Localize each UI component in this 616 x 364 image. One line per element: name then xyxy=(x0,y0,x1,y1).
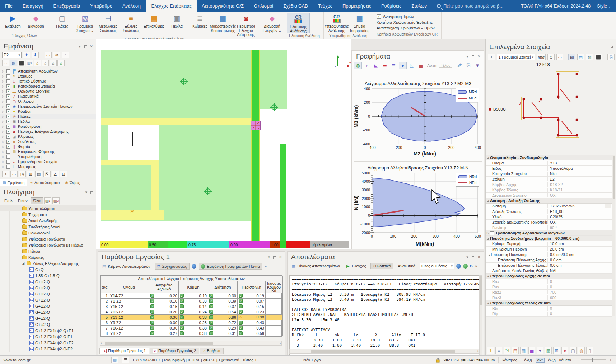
checkbox-icon[interactable] xyxy=(6,150,10,154)
table-h-scrollbar[interactable]: ‹ › xyxy=(100,341,282,346)
sidebar-tab-Όψεις[interactable]: ◉Όψεις xyxy=(62,179,83,186)
nav-load-case[interactable]: LCG+1.2·FX4+ψ2·Q-E1 xyxy=(0,333,96,340)
sync-button[interactable]: ⇄Συγχρονισμός xyxy=(155,263,190,270)
property-value[interactable]: K18-Σ1 xyxy=(547,188,612,192)
nav-load-case[interactable]: LCG+1.2·FX4+ψ2·Q+E2 xyxy=(0,340,96,346)
perpendicular-toggle[interactable]: κάθετα xyxy=(559,358,571,362)
expand-icon[interactable]: ▷ xyxy=(2,115,5,118)
grid-toggle[interactable]: κάναβος ⌄ xyxy=(502,358,521,362)
column-header[interactable]: Περίσφιγξη xyxy=(238,281,266,293)
nav-folder-Δοκοί Ανωδομής[interactable]: Δοκοί Ανωδομής xyxy=(0,218,96,224)
property-Επέκταση Πύκνωσης[interactable]: ◢ Επέκταση Πύκνωσης0.0 cm/0.0 cm xyxy=(486,252,612,257)
zoom-window-icon[interactable]: ▭ xyxy=(556,54,564,60)
chart-icon[interactable]: ▅ xyxy=(528,347,535,354)
expand-icon[interactable]: ▷ xyxy=(2,80,5,83)
menu-item-Υπόβαθρο[interactable]: Υπόβαθρο xyxy=(85,0,117,12)
ribbon-option-Αναγραφή Τιμών[interactable]: ✓Αναγραφή Τιμών xyxy=(377,14,438,19)
expand-icon[interactable]: ▷ xyxy=(2,105,5,108)
column-header[interactable]: Κάμψη xyxy=(179,281,208,293)
nav-load-case[interactable]: LCG+Q xyxy=(0,266,96,272)
checkbox-icon[interactable]: ✓ xyxy=(6,135,10,139)
display-tree-item-Φορτία[interactable]: ▷✓∥Φορτία xyxy=(0,144,96,149)
table-row-Y13-Σ2[interactable]: 5Y13-Σ2✓0.30✓0.38✓0.86⚠0.98 xyxy=(101,314,283,320)
results-v-scrollbar[interactable]: ▼ xyxy=(479,275,482,364)
property-Κόμβος Αρχής[interactable]: Κόμβος ΑρχήςK18-Σ2 xyxy=(486,182,612,187)
layers-icon[interactable]: ≡ xyxy=(495,347,502,354)
nav-folder-Υψίκορμα Τοιχώματα με Πέδιλο[interactable]: Υψίκορμα Τοιχώματα με Πέδιλο xyxy=(0,242,96,248)
table-row-Y8-Σ2[interactable]: 8Y8-Σ2✓0.27✓0.38✓0.31✓0.56 xyxy=(101,331,283,336)
nav-folder-Κλίμακες[interactable]: Κλίμακες xyxy=(0,254,96,260)
chart-area-icon[interactable]: ◺ xyxy=(408,62,416,69)
menu-item-Τεύχος[interactable]: Τεύχος xyxy=(313,0,337,12)
select-add-icon[interactable]: ⌖ xyxy=(2,171,9,177)
property-value[interactable]: Y13 xyxy=(547,161,612,165)
ribbon-button-Κλίμακες[interactable]: ≣Κλίμακες xyxy=(188,13,211,29)
export-img-icon[interactable]: ▦ xyxy=(520,347,527,354)
nav-folder-Πεδιλοδοκοί[interactable]: Πεδιλοδοκοί xyxy=(0,230,96,236)
color-wheel-icon[interactable]: ◍ xyxy=(578,347,585,354)
nav-folder-Υποστυλώματα[interactable]: Υποστυλώματα xyxy=(0,205,96,211)
bottom-tab-Βοήθεια[interactable]: ⌂Βοήθεια xyxy=(200,348,224,354)
render-dark-icon[interactable]: ⌂ xyxy=(50,60,57,66)
display-tree-item-Οπλισμοί[interactable]: ▷▢Οπλισμοί xyxy=(0,99,96,104)
chart-red-bars-icon[interactable]: ☰ xyxy=(381,62,389,69)
checkbox-icon[interactable] xyxy=(6,79,10,83)
ribbon-button-Επικαλύψεις[interactable]: ▤Επικαλύψεις xyxy=(143,13,165,29)
menu-item-Οπλισμοί[interactable]: Οπλισμοί xyxy=(249,0,278,12)
ribbon-button-Ελαστικής Ανάλυσης[interactable]: CRΕλαστικής Ανάλυσης xyxy=(287,13,310,33)
property-value[interactable]: 0.0 cm/0.0 cm xyxy=(547,252,612,257)
nav-folder-Ζώνες Ελέγχου Διάτρησης[interactable]: ◢Ζώνες Ελέγχου Διάτρησης xyxy=(0,260,96,266)
checkbox-icon[interactable]: ✓ xyxy=(6,89,10,93)
checkbox-icon[interactable]: ✓ xyxy=(6,130,10,134)
expand-icon[interactable]: ▷ xyxy=(2,90,5,93)
nav-load-case[interactable]: LCG+ψ2·Q xyxy=(0,285,96,291)
nav-load-case[interactable]: LCG+ψ2·Q xyxy=(0,291,96,297)
table-row-Y12-Σ2[interactable]: 4Y12-Σ2✓0.20✓0.24✓0.54✓0.23 xyxy=(101,309,283,314)
expand-icon[interactable]: ▷ xyxy=(2,135,5,138)
render-front-icon[interactable]: ⌂ xyxy=(34,60,41,66)
close-icon[interactable]: ✕ xyxy=(477,54,481,59)
img-button[interactable]: img xyxy=(537,54,546,60)
display-tree-item-Οριζόντια Στοιχεία[interactable]: ▷✓▬Οριζόντια Στοιχεία xyxy=(0,89,96,94)
expand-icon[interactable]: ▷ xyxy=(2,130,5,133)
sidebar-tab-Εμφάνιση[interactable]: ▤Εμφάνιση xyxy=(0,179,27,186)
palette-icon[interactable]: ● xyxy=(561,347,568,354)
copy-image-icon[interactable]: ⎘ xyxy=(607,54,615,60)
checkbox-icon[interactable] xyxy=(6,99,10,103)
nav-load-case[interactable]: LC1.35·G+1.5·Q xyxy=(0,272,96,279)
blue-sphere-icon[interactable] xyxy=(192,264,196,269)
collapse-icon[interactable]: ▾ xyxy=(466,54,468,59)
save-icon[interactable]: ▼ xyxy=(537,347,543,354)
blue-sphere-icon[interactable] xyxy=(456,264,461,269)
zoom-extents-icon[interactable]: ⊕ xyxy=(547,54,555,60)
property-Κόμβος Τέλους[interactable]: Κόμβος ΤέλουςK18-Σ1 xyxy=(486,187,612,193)
export-dwg-icon[interactable]: ⇲ xyxy=(504,347,510,354)
cad-viewport[interactable]: ✶zx xyxy=(96,39,351,249)
column-header[interactable]: α/α xyxy=(101,281,109,293)
checkbox-icon[interactable]: ✓ xyxy=(377,14,381,19)
save-icon[interactable]: ▼ xyxy=(473,62,481,69)
nav-load-case[interactable]: LCG+ψ2·Q xyxy=(0,315,96,321)
checkbox-icon[interactable]: ✓ xyxy=(6,84,10,88)
collapse-icon[interactable]: ▾ xyxy=(79,44,81,49)
property-Rax[interactable]: Rax0 xyxy=(486,279,612,284)
ribbon-button-Περίμετροι Ελέγχου Διάτρησης[interactable]: ◙Περίμετροι Ελέγχου Διάτρησης xyxy=(234,13,257,37)
expand-icon[interactable]: ▷ xyxy=(2,155,5,158)
menu-item-File[interactable]: File xyxy=(0,0,18,12)
chart-purple-icon[interactable]: ◣ xyxy=(372,62,380,69)
properties-scrollbar[interactable] xyxy=(612,155,615,316)
run-check-button[interactable]: ▶Έλεγχος xyxy=(344,263,368,269)
chart-end-button[interactable]: Τέλος xyxy=(439,63,452,68)
property-value[interactable]: ΝΑΙ xyxy=(547,269,612,273)
view-iso-grey-icon[interactable]: ▱ xyxy=(2,60,9,66)
property-Υλικό[interactable]: ΥλικόC20/25 xyxy=(486,214,612,220)
column-header[interactable]: Όνομα xyxy=(109,281,149,293)
page-icon[interactable]: ▢ xyxy=(570,347,577,354)
checkbox-icon[interactable]: ✓ xyxy=(6,115,10,118)
property-Raz2[interactable]: Raz2700 xyxy=(486,290,612,295)
expand-icon[interactable]: ▷ xyxy=(2,100,5,103)
ribbon-button-Ξύλινες Συνδέσεις[interactable]: ≡Ξύλινες Συνδέσεις xyxy=(120,13,143,33)
property-value[interactable]: T75x60x25x25 xyxy=(547,204,605,208)
display-tree-item-Κόμβοι[interactable]: ▷✓+Κόμβοι xyxy=(0,109,96,114)
display-tree-item-Πλασματικά[interactable]: ▷✓╱Πλασματικά xyxy=(0,94,96,99)
